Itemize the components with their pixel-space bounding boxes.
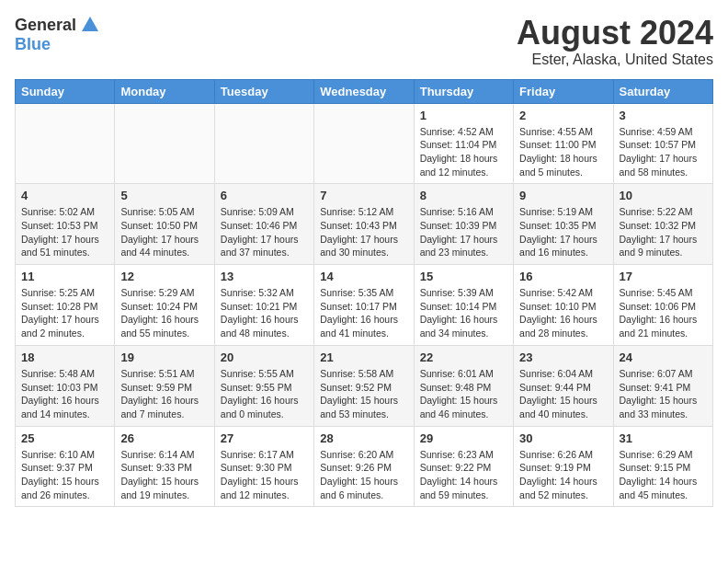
day-info: Sunrise: 6:26 AMSunset: 9:19 PMDaylight:… bbox=[519, 448, 607, 502]
table-row: 17Sunrise: 5:45 AMSunset: 10:06 PMDaylig… bbox=[613, 265, 712, 346]
day-number: 13 bbox=[221, 270, 308, 283]
table-row: 26Sunrise: 6:14 AMSunset: 9:33 PMDayligh… bbox=[115, 426, 214, 507]
table-row: 28Sunrise: 6:20 AMSunset: 9:26 PMDayligh… bbox=[314, 426, 414, 507]
day-number: 4 bbox=[21, 189, 108, 202]
day-info: Sunrise: 5:45 AMSunset: 10:06 PMDaylight… bbox=[620, 286, 707, 340]
table-row: 1Sunrise: 4:52 AMSunset: 11:04 PMDayligh… bbox=[414, 103, 513, 184]
day-number: 8 bbox=[420, 189, 507, 202]
day-number: 28 bbox=[320, 431, 407, 445]
table-row bbox=[16, 103, 115, 184]
table-row: 31Sunrise: 6:29 AMSunset: 9:15 PMDayligh… bbox=[613, 426, 712, 507]
day-number: 10 bbox=[620, 189, 707, 202]
table-row: 3Sunrise: 4:59 AMSunset: 10:57 PMDayligh… bbox=[613, 103, 712, 184]
col-friday: Friday bbox=[514, 79, 613, 103]
day-info: Sunrise: 5:19 AMSunset: 10:35 PMDaylight… bbox=[519, 205, 607, 259]
col-wednesday: Wednesday bbox=[314, 79, 414, 103]
table-row: 15Sunrise: 5:39 AMSunset: 10:14 PMDaylig… bbox=[414, 265, 513, 346]
day-info: Sunrise: 5:32 AMSunset: 10:21 PMDaylight… bbox=[221, 286, 308, 340]
table-row: 18Sunrise: 5:48 AMSunset: 10:03 PMDaylig… bbox=[16, 345, 115, 426]
table-row: 21Sunrise: 5:58 AMSunset: 9:52 PMDayligh… bbox=[314, 345, 414, 426]
col-sunday: Sunday bbox=[16, 79, 115, 103]
calendar-week-row: 11Sunrise: 5:25 AMSunset: 10:28 PMDaylig… bbox=[16, 265, 713, 346]
day-number: 22 bbox=[420, 350, 507, 364]
day-info: Sunrise: 5:02 AMSunset: 10:53 PMDaylight… bbox=[21, 205, 108, 259]
calendar-week-row: 1Sunrise: 4:52 AMSunset: 11:04 PMDayligh… bbox=[16, 103, 713, 184]
table-row: 20Sunrise: 5:55 AMSunset: 9:55 PMDayligh… bbox=[214, 345, 313, 426]
col-tuesday: Tuesday bbox=[214, 79, 313, 103]
day-info: Sunrise: 6:01 AMSunset: 9:48 PMDaylight:… bbox=[420, 367, 507, 421]
day-info: Sunrise: 5:48 AMSunset: 10:03 PMDaylight… bbox=[21, 367, 108, 421]
day-info: Sunrise: 5:25 AMSunset: 10:28 PMDaylight… bbox=[21, 286, 108, 340]
day-info: Sunrise: 6:23 AMSunset: 9:22 PMDaylight:… bbox=[420, 448, 507, 502]
day-number: 17 bbox=[620, 270, 707, 283]
calendar-week-row: 25Sunrise: 6:10 AMSunset: 9:37 PMDayligh… bbox=[16, 426, 713, 507]
table-row: 22Sunrise: 6:01 AMSunset: 9:48 PMDayligh… bbox=[414, 345, 513, 426]
day-info: Sunrise: 5:09 AMSunset: 10:46 PMDaylight… bbox=[221, 205, 308, 259]
table-row: 13Sunrise: 5:32 AMSunset: 10:21 PMDaylig… bbox=[214, 265, 313, 346]
col-thursday: Thursday bbox=[414, 79, 513, 103]
page-subtitle: Ester, Alaska, United States bbox=[517, 52, 713, 68]
calendar-header-row: Sunday Monday Tuesday Wednesday Thursday… bbox=[16, 79, 713, 103]
day-number: 9 bbox=[519, 189, 607, 202]
day-info: Sunrise: 5:42 AMSunset: 10:10 PMDaylight… bbox=[519, 286, 607, 340]
day-number: 3 bbox=[620, 109, 707, 122]
day-info: Sunrise: 5:58 AMSunset: 9:52 PMDaylight:… bbox=[320, 367, 407, 421]
table-row: 7Sunrise: 5:12 AMSunset: 10:43 PMDayligh… bbox=[314, 184, 414, 265]
table-row: 30Sunrise: 6:26 AMSunset: 9:19 PMDayligh… bbox=[514, 426, 613, 507]
table-row: 14Sunrise: 5:35 AMSunset: 10:17 PMDaylig… bbox=[314, 265, 414, 346]
day-info: Sunrise: 5:12 AMSunset: 10:43 PMDaylight… bbox=[320, 205, 407, 259]
day-info: Sunrise: 6:10 AMSunset: 9:37 PMDaylight:… bbox=[21, 448, 108, 502]
day-info: Sunrise: 5:22 AMSunset: 10:32 PMDaylight… bbox=[620, 205, 707, 259]
day-info: Sunrise: 6:04 AMSunset: 9:44 PMDaylight:… bbox=[519, 367, 607, 421]
table-row: 11Sunrise: 5:25 AMSunset: 10:28 PMDaylig… bbox=[16, 265, 115, 346]
day-info: Sunrise: 6:07 AMSunset: 9:41 PMDaylight:… bbox=[620, 367, 707, 421]
day-info: Sunrise: 5:05 AMSunset: 10:50 PMDaylight… bbox=[120, 205, 208, 259]
day-info: Sunrise: 4:59 AMSunset: 10:57 PMDaylight… bbox=[620, 125, 707, 179]
day-number: 12 bbox=[120, 270, 208, 283]
table-row: 24Sunrise: 6:07 AMSunset: 9:41 PMDayligh… bbox=[613, 345, 712, 426]
day-info: Sunrise: 6:20 AMSunset: 9:26 PMDaylight:… bbox=[320, 448, 407, 502]
table-row: 8Sunrise: 5:16 AMSunset: 10:39 PMDayligh… bbox=[414, 184, 513, 265]
day-number: 14 bbox=[320, 270, 407, 283]
day-info: Sunrise: 5:35 AMSunset: 10:17 PMDaylight… bbox=[320, 286, 407, 340]
calendar-week-row: 18Sunrise: 5:48 AMSunset: 10:03 PMDaylig… bbox=[16, 345, 713, 426]
logo-blue-text: Blue bbox=[15, 35, 51, 53]
day-number: 30 bbox=[519, 431, 607, 445]
table-row: 16Sunrise: 5:42 AMSunset: 10:10 PMDaylig… bbox=[514, 265, 613, 346]
day-number: 7 bbox=[320, 189, 407, 202]
day-info: Sunrise: 5:51 AMSunset: 9:59 PMDaylight:… bbox=[120, 367, 208, 421]
day-number: 20 bbox=[221, 350, 308, 364]
day-number: 19 bbox=[120, 350, 208, 364]
day-info: Sunrise: 4:52 AMSunset: 11:04 PMDaylight… bbox=[420, 125, 507, 179]
table-row: 27Sunrise: 6:17 AMSunset: 9:30 PMDayligh… bbox=[214, 426, 313, 507]
logo-icon bbox=[80, 15, 100, 35]
day-number: 29 bbox=[420, 431, 507, 445]
day-info: Sunrise: 5:55 AMSunset: 9:55 PMDaylight:… bbox=[221, 367, 308, 421]
table-row: 5Sunrise: 5:05 AMSunset: 10:50 PMDayligh… bbox=[115, 184, 214, 265]
table-row: 4Sunrise: 5:02 AMSunset: 10:53 PMDayligh… bbox=[16, 184, 115, 265]
table-row: 12Sunrise: 5:29 AMSunset: 10:24 PMDaylig… bbox=[115, 265, 214, 346]
day-number: 2 bbox=[519, 109, 607, 122]
calendar-table: Sunday Monday Tuesday Wednesday Thursday… bbox=[15, 79, 713, 508]
table-row: 10Sunrise: 5:22 AMSunset: 10:32 PMDaylig… bbox=[613, 184, 712, 265]
day-number: 6 bbox=[221, 189, 308, 202]
day-info: Sunrise: 6:29 AMSunset: 9:15 PMDaylight:… bbox=[620, 448, 707, 502]
day-number: 15 bbox=[420, 270, 507, 283]
day-info: Sunrise: 5:29 AMSunset: 10:24 PMDaylight… bbox=[120, 286, 208, 340]
col-monday: Monday bbox=[115, 79, 214, 103]
table-row bbox=[115, 103, 214, 184]
day-info: Sunrise: 5:39 AMSunset: 10:14 PMDaylight… bbox=[420, 286, 507, 340]
day-number: 26 bbox=[120, 431, 208, 445]
day-number: 16 bbox=[519, 270, 607, 283]
day-number: 24 bbox=[620, 350, 707, 364]
page-header: General Blue August 2024 Ester, Alaska, … bbox=[15, 15, 713, 68]
table-row: 9Sunrise: 5:19 AMSunset: 10:35 PMDayligh… bbox=[514, 184, 613, 265]
day-number: 21 bbox=[320, 350, 407, 364]
table-row: 19Sunrise: 5:51 AMSunset: 9:59 PMDayligh… bbox=[115, 345, 214, 426]
day-info: Sunrise: 6:14 AMSunset: 9:33 PMDaylight:… bbox=[120, 448, 208, 502]
title-block: August 2024 Ester, Alaska, United States bbox=[517, 15, 713, 68]
day-number: 23 bbox=[519, 350, 607, 364]
table-row: 23Sunrise: 6:04 AMSunset: 9:44 PMDayligh… bbox=[514, 345, 613, 426]
day-number: 11 bbox=[21, 270, 108, 283]
day-number: 18 bbox=[21, 350, 108, 364]
